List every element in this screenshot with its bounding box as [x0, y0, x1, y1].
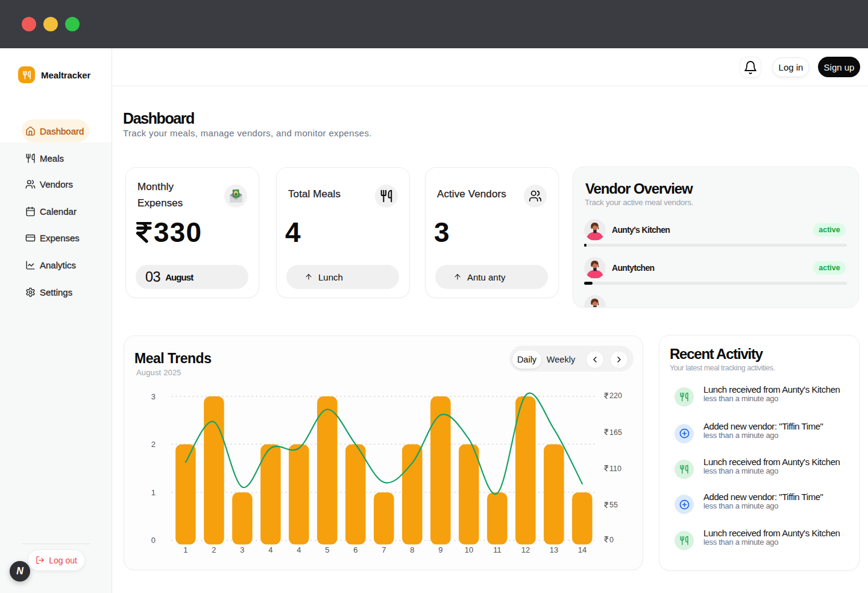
- svg-text:12: 12: [521, 545, 530, 554]
- svg-text:0: 0: [151, 536, 156, 545]
- svg-text:7: 7: [382, 545, 386, 554]
- svg-text:4: 4: [297, 545, 301, 554]
- svg-text:6: 6: [353, 545, 357, 554]
- svg-text:1: 1: [183, 545, 187, 554]
- svg-text:8: 8: [410, 545, 414, 554]
- svg-text:5: 5: [325, 545, 329, 554]
- svg-text:4: 4: [268, 545, 272, 554]
- svg-text:11: 11: [493, 545, 502, 554]
- svg-text:1: 1: [151, 488, 156, 497]
- svg-text:3: 3: [151, 392, 156, 401]
- svg-text:9: 9: [438, 545, 442, 554]
- svg-text:14: 14: [578, 545, 587, 554]
- svg-text:13: 13: [550, 545, 558, 554]
- svg-text:2: 2: [151, 440, 156, 449]
- svg-text:10: 10: [465, 545, 473, 554]
- svg-text:3: 3: [240, 545, 244, 554]
- svg-text:2: 2: [212, 545, 216, 554]
